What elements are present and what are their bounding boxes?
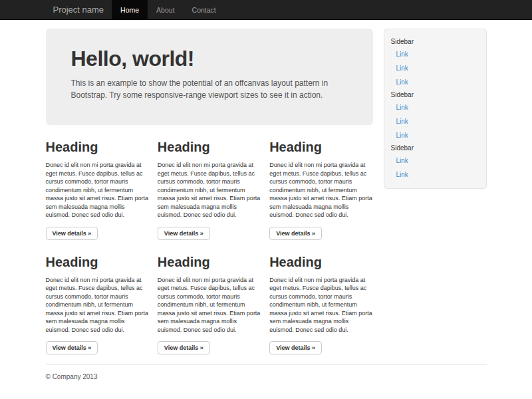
card-heading: Heading — [269, 255, 376, 270]
sidebar-link[interactable]: Link — [391, 61, 479, 75]
sidebar-link[interactable]: Link — [391, 114, 479, 128]
sidebar-link[interactable]: Link — [391, 168, 479, 182]
page-title: Hello, world! — [71, 47, 348, 71]
sidebar-link[interactable]: Link — [391, 75, 479, 89]
card-body-text: Donec id elit non mi porta gravida at eg… — [158, 161, 264, 219]
sidebar: Sidebar Link Link Link Sidebar Link Link… — [384, 29, 487, 189]
content-row: Hello, world! This is an example to show… — [46, 29, 487, 354]
card-3: Heading Donec id elit non mi porta gravi… — [269, 125, 376, 240]
card-6: Heading Donec id elit non mi porta gravi… — [269, 240, 376, 355]
footer: © Company 2013 — [46, 364, 487, 380]
nav-item-about[interactable]: About — [148, 0, 183, 20]
main-content: Hello, world! This is an example to show… — [46, 29, 376, 354]
page-container: Hello, world! This is an example to show… — [46, 29, 487, 380]
jumbotron-text: This is an example to show the potential… — [71, 77, 337, 101]
card-4: Heading Donec id elit non mi porta gravi… — [46, 240, 152, 355]
sidebar-link[interactable]: Link — [391, 128, 479, 142]
sidebar-link[interactable]: Link — [391, 100, 479, 114]
sidebar-group-title: Sidebar — [391, 144, 479, 152]
card-1: Heading Donec id elit non mi porta gravi… — [46, 125, 152, 240]
brand-link[interactable]: Project name — [46, 0, 111, 20]
sidebar-link[interactable]: Link — [391, 47, 479, 61]
top-navbar: Project name Home About Contact — [0, 0, 532, 20]
cards-row-2: Heading Donec id elit non mi porta gravi… — [46, 240, 376, 355]
jumbotron: Hello, world! This is an example to show… — [46, 29, 373, 125]
card-body-text: Donec id elit non mi porta gravida at eg… — [269, 161, 376, 219]
view-details-button[interactable]: View details » — [269, 341, 322, 354]
cards-row-1: Heading Donec id elit non mi porta gravi… — [46, 125, 376, 240]
card-body-text: Donec id elit non mi porta gravida at eg… — [46, 276, 152, 334]
view-details-button[interactable]: View details » — [46, 227, 98, 240]
card-heading: Heading — [46, 140, 152, 155]
card-body-text: Donec id elit non mi porta gravida at eg… — [158, 276, 264, 334]
navbar-container: Project name Home About Contact — [46, 0, 487, 20]
view-details-button[interactable]: View details » — [158, 227, 210, 240]
nav-item-contact[interactable]: Contact — [184, 0, 225, 20]
card-body-text: Donec id elit non mi porta gravida at eg… — [46, 161, 152, 219]
card-2: Heading Donec id elit non mi porta gravi… — [158, 125, 264, 240]
view-details-button[interactable]: View details » — [158, 341, 210, 354]
sidebar-link[interactable]: Link — [391, 154, 479, 168]
card-body-text: Donec id elit non mi porta gravida at eg… — [269, 276, 376, 334]
card-heading: Heading — [158, 140, 264, 155]
card-heading: Heading — [46, 255, 152, 270]
card-5: Heading Donec id elit non mi porta gravi… — [158, 240, 264, 355]
copyright-text: © Company 2013 — [46, 373, 487, 380]
view-details-button[interactable]: View details » — [269, 227, 322, 240]
card-heading: Heading — [158, 255, 264, 270]
sidebar-group-title: Sidebar — [391, 90, 479, 99]
nav-item-home[interactable]: Home — [112, 0, 148, 20]
view-details-button[interactable]: View details » — [46, 341, 98, 354]
card-heading: Heading — [269, 140, 376, 155]
sidebar-group-title: Sidebar — [391, 37, 479, 46]
